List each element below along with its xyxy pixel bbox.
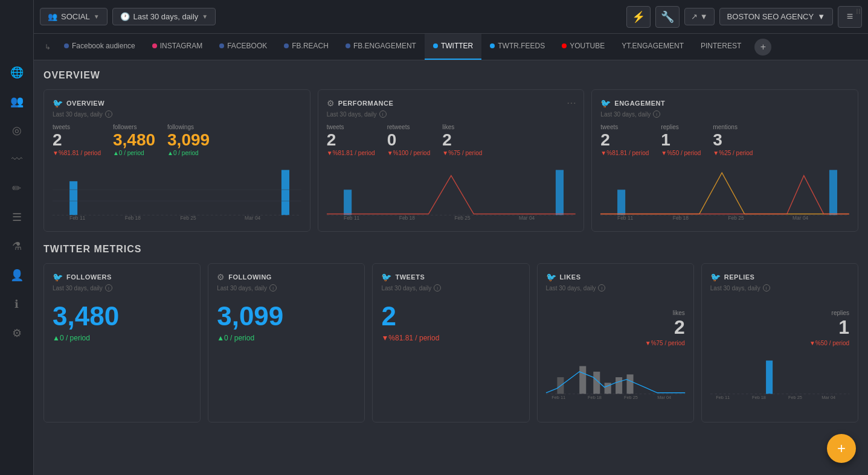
following-card-title: FOLLOWING (228, 273, 272, 281)
replies-metric-label: replies (710, 310, 849, 316)
svg-text:Feb 25: Feb 25 (788, 395, 802, 400)
followers-card-period: ▲0 / period (53, 334, 191, 342)
fab-add-btn[interactable]: + (827, 434, 856, 463)
agency-label: BOSTON SEO AGENCY (727, 12, 814, 21)
overview-section-title: OVERVIEW (43, 70, 858, 81)
tab-instagram[interactable]: INSTAGRAM (144, 34, 211, 60)
likes-card: 🐦 LIKES Last 30 days, daily i likes 2 ▼%… (537, 263, 694, 422)
svg-text:Mar 04: Mar 04 (821, 395, 835, 400)
tweets-card-value: 2 (381, 301, 520, 331)
tweets-label-overview: tweets (53, 124, 101, 130)
replies-label: replies (661, 124, 701, 130)
performance-options-btn[interactable]: ⋯ (567, 97, 576, 109)
tab-fb-engagement-label: FB.ENGAGEMENT (353, 42, 416, 50)
replies-value: 1 (661, 132, 701, 148)
settings-btn[interactable]: ⚡ (626, 6, 651, 28)
retweets-label: retweets (387, 124, 431, 130)
followers-label: followers (113, 124, 155, 130)
likes-period-value: ▼%75 / period (645, 340, 685, 346)
tweets-change-eng: ▼%81.81 / period (600, 150, 649, 156)
sidebar-item-info[interactable]: ℹ (5, 292, 29, 316)
engagement-metrics-row: tweets 2 ▼%81.81 / period replies 1 ▼%50… (600, 124, 849, 156)
fire-btn[interactable]: 🔧 (655, 6, 680, 28)
overview-metrics-row: tweets 2 ▼%81.81 / period followers 3,48… (53, 124, 301, 156)
likes-card-title: LIKES (560, 273, 581, 281)
date-range-dropdown[interactable]: 🕐 Last 30 days, daily ▼ (112, 8, 216, 25)
overview-subtitle-text: Last 30 days, daily (53, 111, 103, 118)
retweets-change: ▼%100 / period (387, 150, 431, 156)
sidebar-item-pen[interactable]: ✏ (5, 176, 29, 200)
sidebar-item-list[interactable]: ☰ (5, 205, 29, 229)
sidebar-item-globe[interactable]: 🌐 (5, 60, 29, 84)
metric-mentions: mentions 3 ▼%25 / period (713, 124, 753, 156)
likes-subtitle-text: Last 30 days, daily (546, 285, 596, 292)
tweets-subtitle-text: Last 30 days, daily (381, 285, 431, 292)
following-card-header: ⚙ FOLLOWING (217, 272, 356, 282)
sidebar-item-users[interactable]: 👥 (5, 89, 29, 113)
metric-likes: likes 2 ▼%75 / period (442, 124, 482, 156)
sidebar-item-person[interactable]: 👤 (5, 263, 29, 287)
tweets-card-title: TWEETS (395, 273, 425, 281)
following-options-btn[interactable]: ⁞⁞ (856, 7, 861, 16)
likes-metric-label: likes (546, 310, 685, 316)
performance-metrics-row: tweets 2 ▼%81.81 / period retweets 0 ▼%1… (327, 124, 576, 156)
likes-change: ▼%75 / period (442, 150, 482, 156)
agency-dropdown[interactable]: BOSTON SEO AGENCY ▼ (719, 8, 833, 25)
tab-pinterest[interactable]: PINTEREST (692, 34, 750, 60)
tweets-period-value: ▼%81.81 / period (381, 334, 439, 342)
followers-card-header: 🐦 FOLLOWERS (53, 272, 191, 282)
share-btn[interactable]: ↗ ▼ (684, 8, 715, 25)
tab-fb-engagement[interactable]: FB.ENGAGEMENT (337, 34, 425, 60)
svg-rect-0 (69, 181, 77, 215)
followers-card-value: 3,480 (53, 301, 191, 331)
svg-text:Feb 11: Feb 11 (617, 215, 633, 221)
overview-card-title: OVERVIEW (66, 100, 104, 107)
tab-yt-engagement[interactable]: YT.ENGAGEMENT (613, 34, 692, 60)
replies-card-title: REPLIES (724, 273, 755, 281)
sidebar-item-lab[interactable]: ⚗ (5, 234, 29, 258)
followings-label: followings (167, 124, 210, 130)
overview-card: 🐦 OVERVIEW Last 30 days, daily i tweets … (43, 89, 310, 232)
followers-card: 🐦 FOLLOWERS Last 30 days, daily i 3,480 … (43, 263, 201, 422)
svg-text:Feb 18: Feb 18 (673, 215, 689, 221)
overview-cards-row: 🐦 OVERVIEW Last 30 days, daily i tweets … (43, 89, 858, 232)
tab-facebook-audience[interactable]: Facebook audience (56, 34, 144, 60)
add-tab-btn[interactable]: + (754, 39, 771, 56)
tab-youtube[interactable]: YOUTUBE (553, 34, 613, 60)
agency-chevron: ▼ (817, 12, 825, 21)
tab-facebook[interactable]: FACEBOOK (211, 34, 275, 60)
svg-rect-34 (766, 360, 773, 394)
tweets-card-header: 🐦 TWEETS (381, 272, 520, 282)
metric-retweets: retweets 0 ▼%100 / period (387, 124, 431, 156)
tweets-info-icon: i (434, 284, 441, 292)
tweets-change-perf: ▼%81.81 / period (327, 150, 375, 156)
replies-card-header: 🐦 REPLIES (710, 272, 849, 282)
replies-info-icon: i (763, 284, 770, 292)
twitter-bird-replies: 🐦 (710, 272, 721, 282)
metric-tweets-eng: tweets 2 ▼%81.81 / period (600, 124, 649, 156)
replies-subtitle-text: Last 30 days, daily (710, 285, 760, 292)
tab-yt-engagement-label: YT.ENGAGEMENT (622, 42, 684, 50)
tab-fb-reach-label: FB.REACH (292, 42, 329, 50)
social-dropdown[interactable]: 👥 SOCIAL ▼ (40, 8, 108, 25)
svg-text:Feb 18: Feb 18 (399, 215, 414, 221)
following-card-subtitle: Last 30 days, daily i (217, 284, 356, 292)
likes-info-icon: i (598, 284, 605, 292)
twitter-bird-likes: 🐦 (546, 272, 556, 282)
performance-card-subtitle: Last 30 days, daily i (327, 110, 576, 118)
svg-text:Feb 18: Feb 18 (588, 395, 602, 400)
share-icon: ↗ (691, 12, 698, 21)
sidebar-item-activity[interactable]: 〰 (5, 147, 29, 171)
tab-twitter[interactable]: TWITTER (425, 34, 481, 60)
tab-twtr-feeds[interactable]: TWTR.FEEDS (481, 34, 553, 60)
date-range-label: Last 30 days, daily (133, 12, 199, 21)
performance-chart: Feb 11 Feb 18 Feb 25 Mar 04 (327, 162, 576, 223)
share-chevron: ▼ (700, 12, 708, 21)
performance-card-title: PERFORMANCE (338, 100, 394, 107)
likes-card-value: 2 (546, 316, 685, 339)
engagement-subtitle-text: Last 30 days, daily (600, 111, 651, 118)
tab-fb-reach[interactable]: FB.REACH (275, 34, 337, 60)
sidebar-item-bug[interactable]: ⚙ (5, 321, 29, 345)
sidebar-item-chart[interactable]: ◎ (5, 118, 29, 142)
followings-value: 3,099 (167, 132, 210, 148)
